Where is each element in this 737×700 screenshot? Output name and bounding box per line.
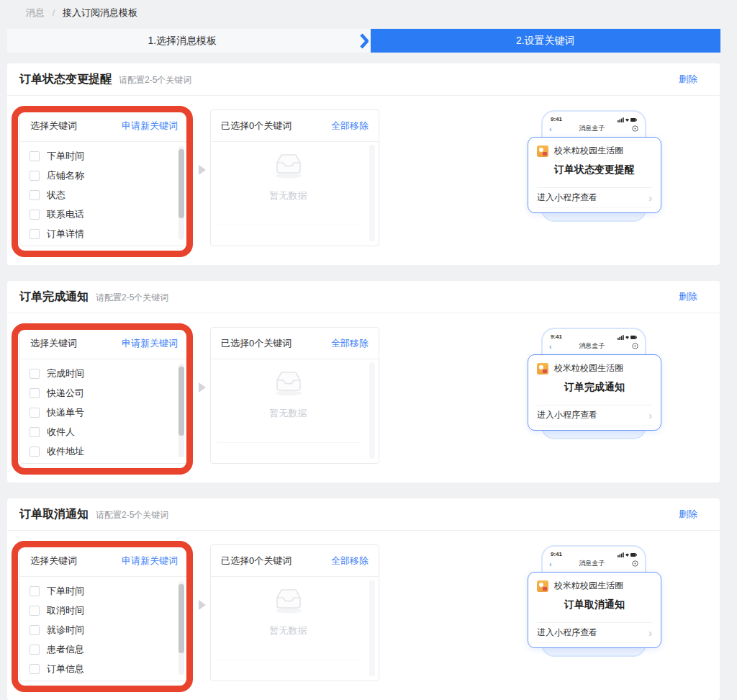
phone-nav-bar: ‹ 消息盒子 bbox=[543, 558, 645, 571]
keyword-item[interactable]: 取消时间 bbox=[20, 601, 188, 620]
keyword-checkbox[interactable] bbox=[30, 369, 40, 379]
back-chevron-icon: ‹ bbox=[549, 125, 552, 133]
keyword-checkbox[interactable] bbox=[30, 229, 40, 239]
step-2-tab[interactable]: 2.设置关键词 bbox=[371, 29, 721, 53]
keyword-label: 订单信息 bbox=[47, 663, 84, 676]
scrollbar-track[interactable] bbox=[369, 362, 375, 459]
keyword-item[interactable]: 状态 bbox=[20, 185, 188, 205]
apply-new-keyword-link[interactable]: 申请新关键词 bbox=[122, 555, 178, 567]
keyword-checkbox[interactable] bbox=[30, 388, 40, 398]
message-title: 订单取消通知 bbox=[537, 598, 652, 611]
section-header-left: 订单取消通知 请配置2-5个关键词 bbox=[19, 507, 168, 522]
keyword-item[interactable]: 收件人 bbox=[20, 422, 188, 441]
keyword-item[interactable]: 联系电话 bbox=[20, 205, 188, 224]
phone-status-bar: 9:41 bbox=[543, 112, 645, 123]
empty-inbox-icon bbox=[271, 369, 306, 397]
phone-menu-icon bbox=[632, 560, 638, 567]
keyword-checkbox[interactable] bbox=[30, 210, 40, 220]
keyword-item[interactable]: 下单时间 bbox=[20, 581, 188, 601]
keyword-label: 收件人 bbox=[47, 426, 75, 439]
section-hint: 请配置2-5个关键词 bbox=[119, 74, 191, 86]
keyword-checkbox[interactable] bbox=[30, 447, 40, 457]
scrollbar-track[interactable] bbox=[178, 581, 184, 675]
keyword-item[interactable]: 收件地址 bbox=[20, 441, 188, 461]
keyword-select-panel: 选择关键词 申请新关键词 完成时间 快递公司 快递单号 收件人 收件地址 bbox=[19, 327, 189, 464]
apply-new-keyword-link[interactable]: 申请新关键词 bbox=[122, 120, 178, 133]
message-title: 订单完成通知 bbox=[537, 381, 652, 394]
keyword-item[interactable]: 快递公司 bbox=[20, 383, 188, 403]
scrollbar-track[interactable] bbox=[178, 364, 184, 457]
keyword-label: 患者信息 bbox=[47, 643, 84, 656]
empty-state: 暂无数据 bbox=[211, 369, 366, 420]
keyword-item[interactable]: 订单详情 bbox=[20, 224, 188, 243]
scrollbar-thumb[interactable] bbox=[178, 584, 184, 653]
keyword-item[interactable]: 就诊时间 bbox=[20, 620, 188, 640]
phone-menu-icon bbox=[632, 343, 638, 349]
scrollbar-thumb[interactable] bbox=[178, 367, 184, 436]
keyword-checkbox[interactable] bbox=[30, 427, 40, 437]
section-hint: 请配置2-5个关键词 bbox=[96, 292, 168, 304]
transfer-arrow-icon bbox=[199, 165, 206, 175]
delete-section-link[interactable]: 删除 bbox=[679, 290, 697, 303]
keyword-checkbox[interactable] bbox=[30, 645, 40, 655]
phone-nav-bar: ‹ 消息盒子 bbox=[543, 123, 645, 136]
status-time: 9:41 bbox=[551, 551, 562, 557]
remove-all-link[interactable]: 全部移除 bbox=[331, 337, 368, 350]
keyword-checkbox[interactable] bbox=[30, 625, 40, 635]
keyword-checkbox[interactable] bbox=[30, 586, 40, 596]
keyword-checkbox[interactable] bbox=[30, 664, 40, 674]
scrollbar-track[interactable] bbox=[369, 145, 375, 241]
remove-all-link[interactable]: 全部移除 bbox=[331, 555, 368, 567]
breadcrumb-item-messages[interactable]: 消息 bbox=[26, 7, 45, 18]
step-1-tab[interactable]: 1.选择消息模板 bbox=[7, 29, 358, 53]
keyword-label: 就诊时间 bbox=[47, 624, 84, 637]
keyword-list: 下单时间 取消时间 就诊时间 患者信息 订单信息 bbox=[20, 581, 188, 678]
section-header: 订单取消通知 请配置2-5个关键词 删除 bbox=[7, 498, 720, 531]
keyword-item[interactable]: 下单时间 bbox=[20, 146, 188, 166]
scrollbar-thumb[interactable] bbox=[178, 149, 184, 218]
chevron-right-icon: › bbox=[648, 627, 652, 639]
section-header-left: 订单完成通知 请配置2-5个关键词 bbox=[19, 290, 168, 305]
selected-count-title: 已选择0个关键词 bbox=[221, 120, 291, 133]
keyword-panel-header: 选择关键词 申请新关键词 bbox=[20, 328, 188, 359]
keyword-checkbox[interactable] bbox=[30, 171, 40, 181]
keyword-checkbox[interactable] bbox=[30, 408, 40, 418]
enter-miniprogram-label: 进入小程序查看 bbox=[537, 409, 597, 421]
scrollbar-track[interactable] bbox=[369, 580, 375, 676]
keyword-item[interactable]: 患者信息 bbox=[20, 640, 188, 659]
message-title: 订单状态变更提醒 bbox=[537, 163, 652, 176]
sections-container: 订单状态变更提醒 请配置2-5个关键词 删除 选择关键词 申请新关键词 下单时间… bbox=[0, 63, 737, 700]
status-time: 9:41 bbox=[551, 333, 562, 340]
phone-nav-bar: ‹ 消息盒子 bbox=[543, 341, 645, 354]
keyword-item[interactable]: 完成时间 bbox=[20, 364, 188, 383]
remove-all-link[interactable]: 全部移除 bbox=[331, 120, 368, 133]
transfer-arrow-icon bbox=[199, 382, 206, 392]
keyword-item[interactable]: 订单信息 bbox=[20, 659, 188, 678]
section-body: 选择关键词 申请新关键词 下单时间 取消时间 就诊时间 患者信息 订单信息 bbox=[7, 531, 720, 700]
empty-inbox-icon bbox=[271, 587, 306, 614]
keyword-checkbox[interactable] bbox=[30, 606, 40, 616]
apply-new-keyword-link[interactable]: 申请新关键词 bbox=[122, 337, 178, 350]
breadcrumb-separator: / bbox=[53, 7, 55, 18]
keyword-checkbox[interactable] bbox=[30, 190, 40, 200]
delete-section-link[interactable]: 删除 bbox=[679, 73, 697, 86]
selected-keywords-panel: 已选择0个关键词 全部移除 暂无数据 bbox=[210, 544, 379, 681]
scrollbar-track[interactable] bbox=[178, 146, 184, 240]
app-avatar-icon bbox=[537, 145, 548, 157]
enter-miniprogram-label: 进入小程序查看 bbox=[537, 192, 597, 204]
keyword-checkbox[interactable] bbox=[30, 151, 40, 161]
chevron-right-icon: › bbox=[648, 192, 652, 204]
phone-nav-title: 消息盒子 bbox=[579, 341, 605, 351]
phone-status-bar: 9:41 bbox=[543, 329, 645, 341]
phone-nav-title: 消息盒子 bbox=[579, 124, 605, 133]
message-preview-card: 校米粒校园生活圈 订单完成通知 进入小程序查看 › bbox=[528, 354, 661, 431]
keyword-panel-title: 选择关键词 bbox=[30, 337, 77, 350]
section-header: 订单状态变更提醒 请配置2-5个关键词 删除 bbox=[7, 63, 720, 96]
message-card-footer: 进入小程序查看 › bbox=[537, 405, 652, 426]
section-title: 订单完成通知 bbox=[19, 290, 89, 305]
delete-section-link[interactable]: 删除 bbox=[679, 508, 697, 521]
keyword-item[interactable]: 店铺名称 bbox=[20, 166, 188, 185]
transfer-arrow-icon bbox=[199, 600, 206, 610]
keyword-item[interactable]: 快递单号 bbox=[20, 403, 188, 422]
message-card-footer: 进入小程序查看 › bbox=[537, 622, 652, 643]
